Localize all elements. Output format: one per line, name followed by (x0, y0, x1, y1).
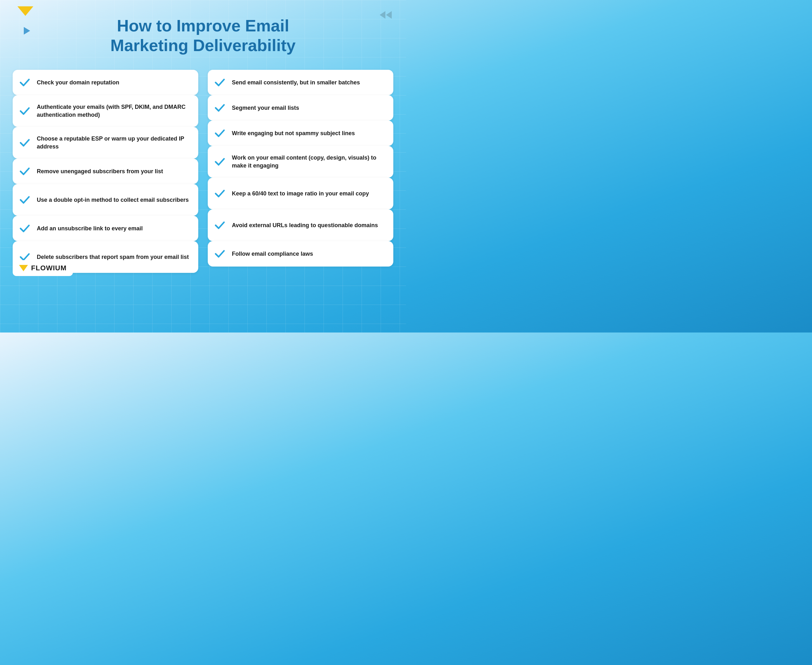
item-text: Follow email compliance laws (232, 250, 313, 258)
check-icon (213, 156, 226, 168)
list-item: Use a double opt-in method to collect em… (13, 184, 198, 216)
deco-triangle-yellow (18, 7, 33, 16)
item-text: Send email consistently, but in smaller … (232, 79, 360, 86)
right-column: Send email consistently, but in smaller … (208, 70, 393, 273)
item-text: Segment your email lists (232, 104, 299, 112)
deco-arrow-right-blue (24, 27, 30, 34)
brand-logo-triangle (19, 265, 28, 271)
item-text: Choose a reputable ESP or warm up your d… (37, 135, 192, 151)
check-icon (213, 187, 226, 200)
list-item: Write engaging but not spammy subject li… (208, 121, 393, 146)
list-item: Avoid external URLs leading to questiona… (208, 210, 393, 241)
check-icon (18, 76, 31, 89)
check-icon (213, 76, 226, 89)
list-item: Check your domain reputation (13, 70, 198, 95)
item-text: Remove unengaged subscribers from your l… (37, 167, 163, 175)
item-text: Use a double opt-in method to collect em… (37, 196, 189, 204)
list-item: Keep a 60/40 text to image ratio in your… (208, 178, 393, 210)
item-text: Keep a 60/40 text to image ratio in your… (232, 190, 369, 197)
check-icon (18, 193, 31, 206)
item-text: Avoid external URLs leading to questiona… (232, 221, 378, 229)
list-item: Send email consistently, but in smaller … (208, 70, 393, 95)
check-icon (213, 102, 226, 114)
brand-name: FLOWIUM (31, 264, 67, 272)
item-text: Add an unsubscribe link to every email (37, 224, 143, 232)
left-column: Check your domain reputation Authenticat… (13, 70, 198, 273)
deco-arrows-gray (380, 11, 392, 19)
list-item: Follow email compliance laws (208, 241, 393, 267)
list-item: Segment your email lists (208, 95, 393, 121)
list-item: Work on your email content (copy, design… (208, 146, 393, 178)
item-text: Work on your email content (copy, design… (232, 154, 387, 169)
check-icon (18, 165, 31, 178)
page-wrapper: How to Improve Email Marketing Deliverab… (0, 0, 406, 285)
list-item: Remove unengaged subscribers from your l… (13, 159, 198, 184)
list-item: Add an unsubscribe link to every email (13, 216, 198, 241)
main-title: How to Improve Email Marketing Deliverab… (13, 16, 393, 56)
check-icon (213, 247, 226, 260)
check-icon (18, 136, 31, 149)
check-icon (213, 127, 226, 139)
list-item: Choose a reputable ESP or warm up your d… (13, 127, 198, 159)
check-icon (213, 219, 226, 232)
item-text: Authenticate your emails (with SPF, DKIM… (37, 103, 192, 119)
title-section: How to Improve Email Marketing Deliverab… (13, 10, 393, 67)
footer-brand: FLOWIUM (13, 260, 73, 276)
item-text: Check your domain reputation (37, 79, 119, 86)
check-icon (18, 222, 31, 235)
list-item: Authenticate your emails (with SPF, DKIM… (13, 95, 198, 127)
check-icon (18, 105, 31, 117)
item-text: Delete subscribers that report spam from… (37, 253, 189, 261)
checklist-columns: Check your domain reputation Authenticat… (13, 70, 393, 273)
item-text: Write engaging but not spammy subject li… (232, 129, 355, 137)
